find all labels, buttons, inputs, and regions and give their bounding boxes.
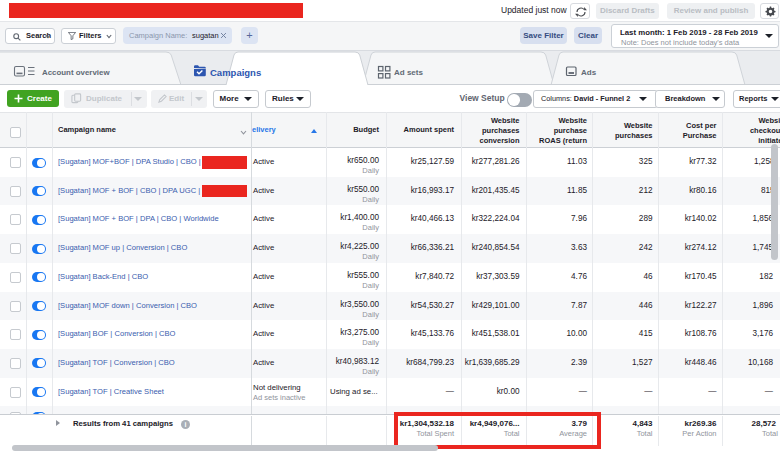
svg-text:Campaigns: Campaigns bbox=[210, 67, 261, 78]
svg-text:Ads: Ads bbox=[581, 68, 597, 77]
svg-text:Account overview: Account overview bbox=[42, 68, 110, 77]
svg-text:Ad sets: Ad sets bbox=[394, 68, 423, 77]
